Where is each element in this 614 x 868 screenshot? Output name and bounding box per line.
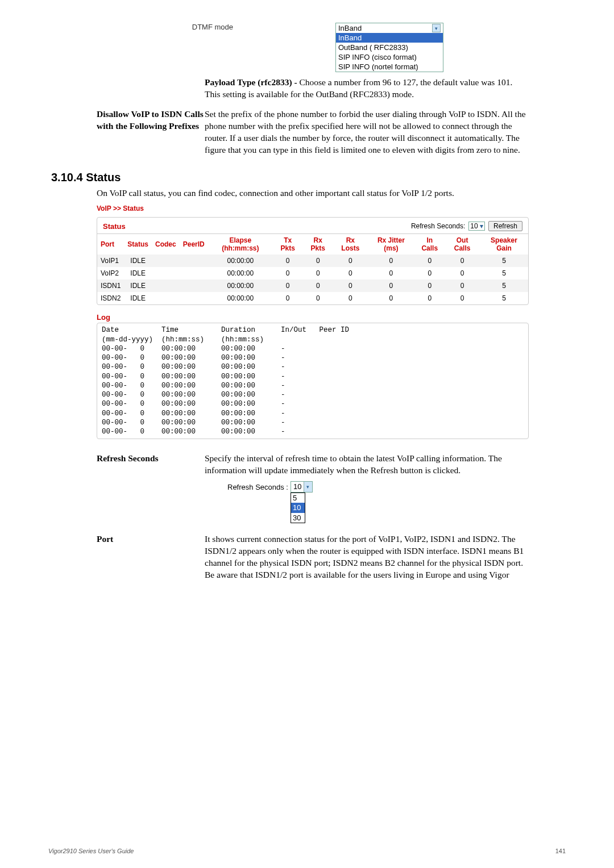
col-speaker: Speaker Gain (480, 234, 528, 255)
payload-type-label: Payload Type (rfc2833) - (205, 77, 299, 87)
port-term: Port (97, 533, 205, 581)
dtmf-mode-label: DTMF mode (192, 23, 233, 72)
log-title: Log (97, 313, 529, 322)
port-description: It shows current connection status for t… (205, 533, 529, 581)
col-rx: Rx Pkts (302, 234, 333, 255)
log-box: Date Time Duration In/Out Peer ID (mm-dd… (97, 323, 529, 439)
refresh-button[interactable]: Refresh (488, 221, 522, 231)
table-row: VoIP2IDLE00:00:000000005 (97, 267, 528, 279)
section-intro: On VoIP call status, you can find codec,… (97, 187, 529, 199)
status-title: Status (103, 222, 126, 231)
dtmf-option[interactable]: SIP INFO (nortel format) (336, 62, 443, 72)
status-table: Port Status Codec PeerID Elapse (hh:mm:s… (97, 233, 528, 304)
chevron-down-icon: ▾ (432, 24, 441, 32)
col-tx: Tx Pkts (273, 234, 303, 255)
dtmf-option[interactable]: InBand (336, 33, 443, 43)
refresh-seconds-dropdown[interactable]: 10 ▾ 5 10 30 (291, 481, 313, 523)
disallow-voip-description: Set the prefix of the phone number to fo… (205, 108, 529, 156)
refresh-option[interactable]: 5 (291, 493, 305, 503)
refresh-seconds-select[interactable]: 10 ▾ (468, 222, 485, 231)
table-row: VoIP1IDLE00:00:000000005 (97, 254, 528, 267)
breadcrumb: VoIP >> Status (97, 205, 529, 212)
disallow-voip-term: Disallow VoIP to ISDN Calls with the Fol… (97, 108, 205, 156)
col-incalls: In Calls (414, 234, 445, 255)
chevron-down-icon: ▾ (304, 482, 312, 492)
refresh-option[interactable]: 30 (291, 513, 305, 523)
dtmf-option[interactable]: OutBand ( RFC2833) (336, 43, 443, 52)
col-status: Status (124, 234, 152, 255)
dtmf-mode-select[interactable]: InBand ▾ InBand OutBand ( RFC2833) SIP I… (335, 23, 443, 72)
col-rxjitter: Rx Jitter (ms) (367, 234, 414, 255)
table-row: ISDN1IDLE00:00:000000005 (97, 279, 528, 292)
col-outcalls: Out Calls (445, 234, 480, 255)
status-panel: Status Refresh Seconds: 10 ▾ Refresh Por… (97, 217, 529, 305)
col-peerid: PeerID (180, 234, 208, 255)
page-number: 141 (555, 848, 566, 854)
dtmf-selected-value: InBand (338, 24, 362, 32)
dtmf-option[interactable]: SIP INFO (cisco format) (336, 52, 443, 62)
refresh-seconds-widget-label: Refresh Seconds : (227, 481, 291, 493)
col-port: Port (97, 234, 124, 255)
col-codec: Codec (152, 234, 180, 255)
refresh-seconds-description: Specify the interval of refresh time to … (205, 453, 529, 477)
refresh-option[interactable]: 10 (291, 503, 305, 513)
refresh-seconds-label: Refresh Seconds: (411, 222, 465, 230)
section-heading: 3.10.4 Status (51, 171, 529, 184)
col-elapse: Elapse (hh:mm:ss) (208, 234, 273, 255)
table-row: ISDN2IDLE00:00:000000005 (97, 292, 528, 304)
refresh-seconds-term: Refresh Seconds (97, 453, 205, 523)
footer-guide-title: Vigor2910 Series User's Guide (48, 848, 134, 854)
payload-type-description: Payload Type (rfc2833) - Choose a number… (205, 77, 529, 101)
chevron-down-icon: ▾ (480, 222, 483, 230)
col-rxlosts: Rx Losts (333, 234, 367, 255)
